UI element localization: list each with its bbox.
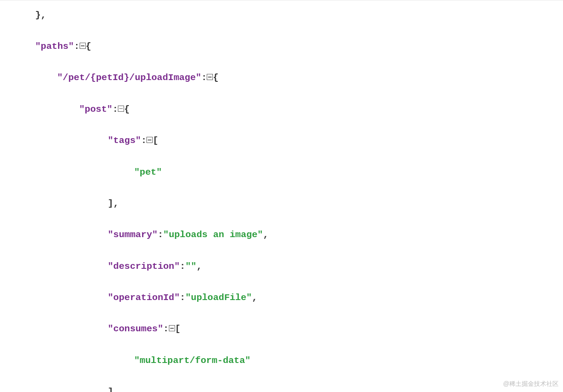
watermark-text: @稀土掘金技术社区	[503, 379, 559, 389]
json-string: "pet"	[134, 167, 162, 177]
collapse-icon[interactable]	[118, 106, 124, 112]
json-key-description: "description"	[108, 261, 180, 271]
json-line: "multipart/form-data"	[35, 353, 563, 369]
json-line: },	[35, 7, 563, 23]
json-line: "post":{	[35, 102, 563, 117]
collapse-icon[interactable]	[207, 74, 213, 80]
json-string: "multipart/form-data"	[134, 355, 251, 366]
json-line: "operationId":"uploadFile",	[35, 290, 563, 306]
json-line: "summary":"uploads an image",	[35, 227, 563, 243]
json-string: "uploads an image"	[163, 230, 263, 240]
json-key-post: "post"	[79, 104, 113, 114]
collapse-icon[interactable]	[169, 325, 175, 331]
json-line: "description":"",	[35, 259, 563, 275]
json-key-path: "/pet/{petId}/uploadImage"	[57, 73, 201, 83]
collapse-icon[interactable]	[146, 137, 153, 143]
collapse-icon[interactable]	[80, 43, 86, 49]
json-line: "consumes":[	[35, 321, 563, 337]
json-key-operationid: "operationId"	[108, 293, 180, 303]
json-key-paths: "paths"	[35, 41, 74, 51]
json-line: "/pet/{petId}/uploadImage":{	[35, 70, 563, 86]
brace-close: },	[35, 10, 46, 20]
json-viewer: }, "paths":{ "/pet/{petId}/uploadImage":…	[0, 0, 563, 392]
json-string: "uploadFile"	[185, 293, 252, 303]
json-line: "tags":[	[35, 133, 563, 149]
json-line: ],	[35, 196, 563, 212]
json-line: "paths":{	[35, 39, 563, 55]
bracket-close: ],	[108, 387, 119, 392]
json-line: ],	[35, 384, 563, 392]
json-key-summary: "summary"	[108, 230, 157, 240]
json-string: ""	[185, 261, 196, 271]
bracket-close: ],	[108, 198, 119, 209]
json-key-tags: "tags"	[108, 136, 141, 146]
json-line: "pet"	[35, 165, 563, 180]
json-key-consumes: "consumes"	[108, 324, 163, 334]
